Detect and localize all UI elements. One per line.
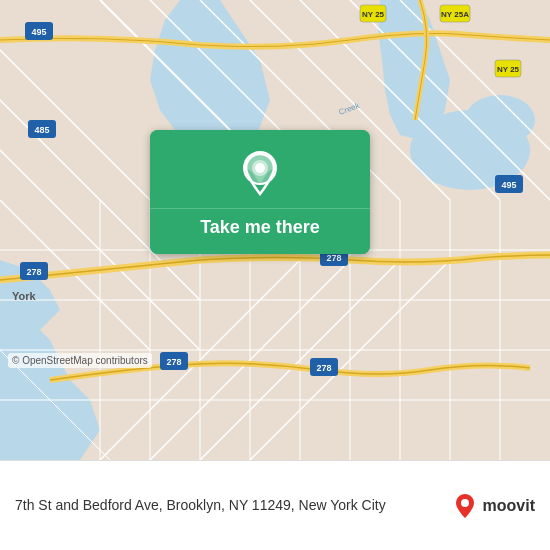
info-bar: 7th St and Bedford Ave, Brooklyn, NY 112… [0,460,550,550]
copyright-notice: © OpenStreetMap contributors [8,353,152,368]
svg-point-57 [255,163,265,173]
svg-point-58 [461,499,469,507]
address-text: 7th St and Bedford Ave, Brooklyn, NY 112… [15,496,451,516]
take-me-button-container[interactable]: Take me there [150,130,370,254]
take-me-there-label: Take me there [150,208,370,254]
svg-text:278: 278 [316,363,331,373]
svg-text:278: 278 [166,357,181,367]
svg-point-2 [465,95,535,145]
svg-text:NY 25A: NY 25A [441,10,469,19]
svg-text:NY 25: NY 25 [497,65,520,74]
svg-text:495: 495 [501,180,516,190]
moovit-logo: moovit [451,492,535,520]
location-pin-icon [240,150,280,198]
moovit-brand-text: moovit [483,497,535,515]
svg-text:NY 25: NY 25 [362,10,385,19]
svg-text:York: York [12,290,37,302]
take-me-there-button[interactable]: Take me there [150,130,370,254]
svg-text:495: 495 [31,27,46,37]
svg-text:485: 485 [34,125,49,135]
moovit-logo-icon [451,492,479,520]
button-icon-area [150,130,370,208]
svg-text:278: 278 [326,253,341,263]
map-container: 495 278 278 278 278 NY 25 NY 25A NY 25 4… [0,0,550,460]
svg-text:278: 278 [26,267,41,277]
